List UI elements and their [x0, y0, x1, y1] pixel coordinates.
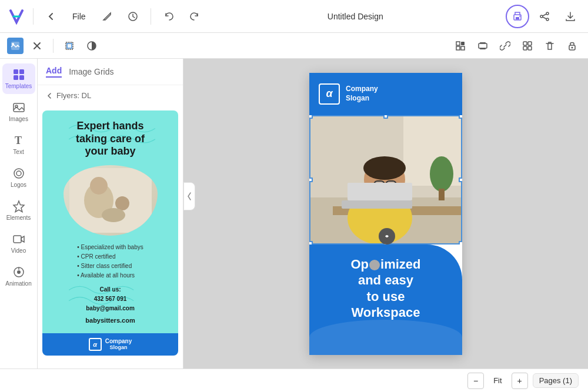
pages-button[interactable]: Pages (1)	[533, 373, 579, 388]
svg-point-34	[14, 169, 24, 178]
canvas-logo: α	[319, 83, 340, 105]
template-logo-icon: α	[89, 338, 102, 351]
sidebar-templates-label: Templates	[5, 83, 32, 89]
breadcrumb-label: Flyers: DL	[56, 91, 91, 100]
svg-rect-56	[348, 183, 412, 200]
canvas-headline: Opimizedand easyto useCompanyWorkspace	[319, 256, 453, 321]
svg-rect-23	[523, 46, 527, 50]
svg-line-8	[543, 17, 546, 19]
sidebar-item-images[interactable]: Images	[2, 96, 35, 127]
svg-line-7	[543, 14, 546, 16]
sidebar-text-label: Text	[13, 149, 24, 155]
toolbar-separator-1	[33, 8, 34, 25]
undo-button[interactable]	[158, 6, 179, 27]
sidebar-item-animation[interactable]: Animation	[2, 261, 35, 292]
close-element-button[interactable]	[28, 37, 46, 55]
redo-button[interactable]	[184, 6, 205, 27]
layer-button[interactable]	[474, 37, 492, 55]
svg-rect-30	[19, 75, 24, 80]
panel-breadcrumb[interactable]: Flyers: DL	[38, 85, 183, 106]
sidebar-elements-label: Elements	[6, 215, 31, 221]
svg-rect-16	[456, 46, 460, 50]
svg-text:T: T	[15, 135, 22, 146]
contrast-button[interactable]	[83, 37, 101, 55]
svg-point-6	[546, 18, 549, 21]
svg-point-57	[430, 156, 453, 192]
sidebar-images-label: Images	[9, 116, 28, 122]
download-button[interactable]	[560, 6, 581, 27]
svg-rect-2	[516, 17, 519, 19]
sidebar-item-elements[interactable]: Elements	[2, 195, 35, 226]
tab-image-grids[interactable]: Image Grids	[69, 67, 113, 76]
history-button[interactable]	[122, 6, 143, 27]
svg-rect-27	[14, 69, 18, 74]
back-chevron-icon	[46, 92, 53, 99]
delete-button[interactable]	[541, 37, 559, 55]
lock-button[interactable]	[563, 37, 581, 55]
collapse-panel-handle[interactable]	[183, 182, 195, 210]
svg-point-35	[16, 171, 21, 176]
svg-rect-15	[461, 42, 465, 45]
svg-point-39	[17, 270, 21, 274]
canvas-header: α Company Slogan	[309, 73, 462, 115]
template-blue-bar: α Company Slogan	[42, 333, 178, 356]
tb2-separator	[53, 39, 54, 53]
print-button[interactable]	[506, 5, 529, 28]
svg-point-10	[12, 43, 14, 45]
svg-rect-12	[67, 43, 72, 48]
tab-add[interactable]: Add	[46, 66, 62, 78]
pen-tool-button[interactable]	[96, 6, 118, 27]
link-button[interactable]	[496, 37, 514, 55]
zoom-in-button[interactable]: +	[512, 373, 528, 389]
zoom-out-button[interactable]: −	[467, 373, 484, 389]
svg-rect-37	[14, 236, 21, 243]
sidebar-item-video[interactable]: Video	[2, 228, 35, 259]
svg-rect-28	[19, 69, 24, 74]
group-button[interactable]	[519, 37, 536, 55]
toolbar-right	[506, 5, 581, 28]
position-button[interactable]	[452, 37, 469, 55]
sidebar-video-label: Video	[11, 247, 26, 254]
svg-rect-18	[479, 43, 487, 48]
zoom-label[interactable]: Fit	[489, 376, 506, 385]
svg-marker-36	[14, 201, 24, 212]
bottom-bar: − Fit + Pages (1)	[0, 368, 588, 392]
svg-rect-29	[14, 75, 18, 80]
active-element-thumbnail	[7, 38, 24, 54]
sidebar-animation-label: Animation	[5, 280, 31, 287]
sidebar-item-logos[interactable]: Logos	[2, 162, 35, 193]
second-toolbar	[0, 33, 588, 59]
file-menu-button[interactable]: File	[66, 8, 92, 25]
template-company-slogan: Slogan	[105, 344, 132, 350]
app-logo	[7, 7, 26, 26]
svg-rect-20	[480, 48, 486, 49]
icon-sidebar: Templates Images T Text Logos Elements V…	[0, 59, 38, 368]
template-card[interactable]: Expert handstaking care ofyour baby • E	[42, 110, 178, 356]
svg-rect-24	[528, 46, 532, 50]
svg-rect-21	[523, 42, 527, 45]
second-toolbar-right	[452, 37, 581, 55]
template-scroll: Expert handstaking care ofyour baby • E	[38, 106, 183, 368]
canvas-wave-decoration	[309, 320, 462, 355]
svg-point-4	[546, 12, 549, 15]
canvas-area: α Company Slogan	[183, 59, 588, 368]
svg-rect-31	[14, 103, 24, 112]
canvas-bottom-section: Opimizedand easyto useCompanyWorkspace	[309, 244, 462, 355]
sidebar-item-templates[interactable]: Templates	[2, 63, 35, 94]
canvas-photo	[309, 115, 462, 244]
svg-rect-58	[439, 189, 445, 200]
toolbar-separator-2	[151, 8, 151, 25]
canvas-company-slogan: Slogan	[346, 94, 378, 103]
templates-panel: Add Image Grids Flyers: DL Expert handst…	[38, 59, 183, 368]
crop-button[interactable]	[61, 37, 78, 55]
card-decoration	[42, 110, 178, 333]
design-canvas[interactable]: α Company Slogan	[309, 73, 462, 355]
svg-rect-17	[461, 46, 465, 50]
svg-point-3	[519, 15, 520, 16]
svg-rect-22	[528, 42, 532, 45]
sidebar-item-text[interactable]: T Text	[2, 129, 35, 160]
svg-rect-55	[342, 200, 412, 209]
back-button[interactable]	[41, 6, 62, 27]
share-button[interactable]	[534, 6, 555, 27]
template-company-name: Company	[105, 338, 132, 344]
